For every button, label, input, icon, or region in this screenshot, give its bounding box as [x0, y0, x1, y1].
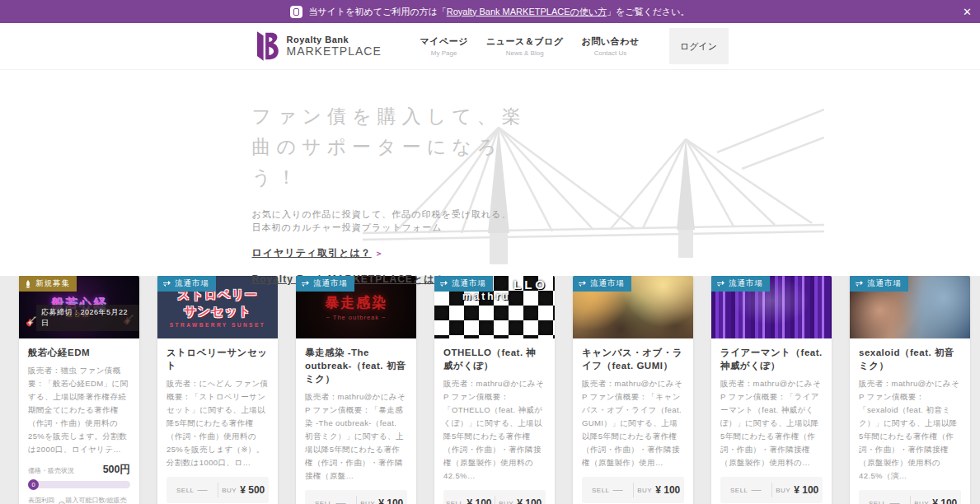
sell-button[interactable]: SELL — [859, 497, 910, 504]
fund-card-canvas-of-life: 流通市場 キャンバス・オブ・ライフ（feat. GUMI） 販売者：mathru… [573, 276, 693, 504]
logo-line1: Royalty Bank [287, 35, 382, 44]
artwork-subtitle-text: − The outbreak − [326, 314, 387, 321]
hero-title-line3: う！ [252, 162, 729, 193]
sell-label: SELL [176, 487, 195, 494]
price-status-label: 価格・販売状況 [28, 466, 74, 475]
yield-label: 表面利回り [28, 496, 56, 504]
buy-button[interactable]: BUY ¥ 100 [772, 484, 823, 496]
card-title: 暴走感染 -The outbreak-（feat. 初音ミク） [305, 346, 407, 385]
main-nav: マイページ My Page ニュース＆ブログ News & Blog お問い合わ… [420, 28, 728, 64]
fund-card-list: 新規募集 般若心経 EDM 🎸 🎸 応募締切：2026年5月22日 般若心経ED… [0, 276, 980, 504]
sell-button[interactable]: SELL — [582, 484, 633, 496]
exchange-icon [716, 280, 725, 287]
deadline-caption: 応募締切：2026年5月22日 [36, 305, 139, 331]
close-icon[interactable]: ✕ [963, 7, 972, 17]
hero-desc-line2: 日本初のカルチャー投資プラットフォーム [252, 221, 729, 234]
nav-news-blog-sub: News & Blog [486, 49, 564, 57]
card-title: OTHELLO（feat. 神威がくぽ） [443, 346, 546, 372]
buy-label: BUY [360, 500, 375, 504]
exchange-icon [301, 280, 310, 287]
sell-button[interactable]: SELL ¥ 100 [443, 497, 495, 504]
nav-contact-label: お問い合わせ [581, 35, 639, 48]
card-description: 販売者：猫虫 ファン債概要：「般若心経EDM」に関する、上場以降著作権存続期間全… [28, 364, 130, 456]
trade-box: SELL — BUY ¥ 500 [166, 477, 269, 503]
rocket-icon [24, 280, 32, 288]
exchange-icon [439, 280, 448, 287]
info-icon[interactable]: i [59, 502, 65, 504]
about-marketplace-link[interactable]: Royalty Bank MARKETPLACEとは？＞ [252, 273, 458, 287]
yield-stat: 表面利回りi - [28, 496, 65, 504]
card-image[interactable]: 流通市場 [711, 276, 832, 338]
sell-price: — [336, 497, 346, 504]
buy-label: BUY [499, 500, 513, 504]
sell-price: — [613, 484, 623, 496]
card-title: sexaloid（feat. 初音ミク） [859, 346, 961, 372]
hero-title-line1: ファン債を購入して、楽 [252, 101, 729, 132]
sell-price: — [752, 484, 762, 496]
royalty-trade-link[interactable]: ロイヤリティ取引とは？＞ [252, 246, 384, 260]
buy-button[interactable]: BUY ¥ 100 [495, 497, 546, 504]
badge-label: 流通市場 [729, 278, 763, 289]
badge-label: 流通市場 [452, 278, 486, 289]
sell-label: SELL [446, 500, 464, 504]
buy-button[interactable]: BUY ¥ 500 [218, 484, 270, 496]
card-image[interactable]: 新規募集 般若心経 EDM 🎸 🎸 応募締切：2026年5月22日 [19, 276, 139, 338]
card-title: キャンバス・オブ・ライフ（feat. GUMI） [582, 346, 684, 372]
sell-price: — [890, 497, 900, 504]
trade-box: SELL ¥ 100 BUY ¥ 100 [443, 490, 546, 504]
nav-contact[interactable]: お問い合わせ Contact Us [581, 35, 639, 57]
nav-mypage[interactable]: マイページ My Page [420, 35, 468, 57]
artwork-title-text: 暴走感染 [325, 293, 387, 312]
nav-news-blog-label: ニュース＆ブログ [486, 35, 564, 48]
exchange-icon [578, 280, 587, 287]
sell-button[interactable]: SELL — [166, 484, 218, 496]
logo-line2: MARKETPLACE [287, 44, 382, 58]
card-description: 販売者：mathru@かにみそP ファン債概要：「ライアーマント（feat. 神… [720, 377, 823, 469]
buy-button[interactable]: BUY ¥ 100 [911, 497, 962, 504]
buy-button[interactable]: BUY ¥ 100 [357, 497, 408, 504]
banner-text-before: 当サイトを初めてご利用の方は「 [308, 6, 446, 18]
secondary-market-badge: 流通市場 [296, 276, 354, 292]
secondary-market-badge: 流通市場 [573, 276, 631, 292]
card-description: 販売者：にへどん ファン債概要：「ストロベリーサンセット」に関する、上場以降5年… [166, 377, 269, 469]
notice-banner: 当サイトを初めてご利用の方は「Royalty Bank MARKETPLACEの… [0, 0, 980, 23]
buy-price: ¥ 100 [655, 484, 680, 496]
logo[interactable]: Royalty Bank MARKETPLACE [252, 30, 382, 62]
hero-section: ファン債を購入して、楽 曲のサポーターになろ う！ お気に入りの作品に投資して、… [0, 70, 980, 276]
card-description: 販売者：mathru@かにみそP ファン債概要：「暴走感染 -The outbr… [305, 390, 407, 483]
badge-label: 流通市場 [867, 278, 902, 289]
card-image[interactable]: 流通市場 [850, 276, 970, 338]
card-title: 般若心経EDM [28, 346, 130, 359]
units-label: 購入可能口数/総販売口数 [65, 496, 130, 504]
buy-price: ¥ 500 [240, 484, 265, 496]
buy-price: ¥ 100 [517, 497, 542, 504]
artwork-title-text: サンセット [184, 304, 251, 320]
nav-mypage-sub: My Page [420, 49, 468, 57]
secondary-market-badge: 流通市場 [711, 276, 770, 292]
buy-button[interactable]: BUY ¥ 100 [634, 484, 685, 496]
card-title: ライアーマント（feat. 神威がくぽ） [720, 346, 823, 372]
sell-price: — [198, 484, 208, 496]
secondary-market-badge: 流通市場 [157, 276, 216, 292]
trade-box: SELL — BUY ¥ 100 [720, 477, 823, 503]
banner-guide-link[interactable]: Royalty Bank MARKETPLACEの使い方 [447, 6, 607, 18]
sell-button[interactable]: SELL — [720, 484, 771, 496]
buy-label: BUY [776, 487, 790, 494]
nav-mypage-label: マイページ [420, 35, 468, 48]
banner-text-after: 」をご覧ください。 [607, 6, 690, 18]
artwork-subtitle-text: STRAWBERRY SUNSET [170, 322, 266, 328]
login-button[interactable]: ログイン [669, 28, 729, 64]
fund-card-hannya-edm: 新規募集 般若心経 EDM 🎸 🎸 応募締切：2026年5月22日 般若心経ED… [19, 276, 139, 504]
badge-label: 新規募集 [35, 278, 70, 289]
hero-title: ファン債を購入して、楽 曲のサポーターになろ う！ [252, 101, 729, 193]
sales-progress-value: 0 [28, 479, 39, 490]
card-title: ストロベリーサンセット [166, 346, 269, 372]
badge-label: 流通市場 [590, 278, 625, 289]
nav-news-blog[interactable]: ニュース＆ブログ News & Blog [486, 35, 564, 57]
site-header: Royalty Bank MARKETPLACE マイページ My Page ニ… [0, 23, 980, 70]
chevron-right-icon: ＞ [375, 248, 384, 259]
card-description: 販売者：mathru@かにみそP ファン債概要：「キャンバス・オブ・ライフ（fe… [582, 377, 684, 469]
buy-price: ¥ 100 [932, 497, 957, 504]
sell-button[interactable]: SELL — [305, 497, 356, 504]
buy-label: BUY [637, 487, 652, 494]
